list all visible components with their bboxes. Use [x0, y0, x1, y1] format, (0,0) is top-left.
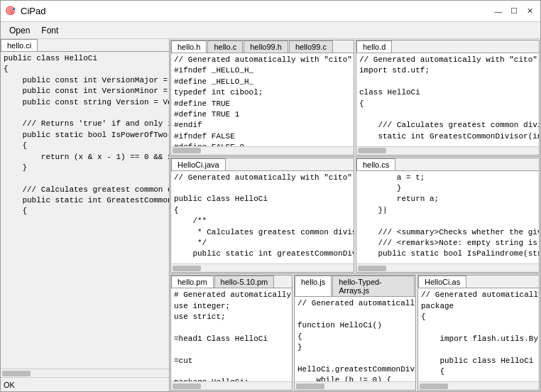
status-ok: OK [4, 381, 15, 389]
left-panel-hscroll-thumb [2, 371, 31, 376]
menu-font[interactable]: Font [35, 24, 64, 37]
panel-hello-pm: hello.pm hello-5.10.pm # Generated autom… [170, 275, 293, 391]
panel-cs-tabs: hello.cs [356, 158, 539, 171]
cs-hscroll-thumb [358, 266, 386, 271]
panel-java-tabs: HelloCi.java [171, 158, 354, 171]
tab-hello-cs[interactable]: hello.cs [356, 158, 395, 170]
close-button[interactable]: ✕ [523, 5, 536, 18]
left-panel-hscroll[interactable] [1, 369, 169, 377]
panel-as-content[interactable]: // Generated automatically with "cito". … [418, 288, 539, 381]
panel-pm-tabs: hello.pm hello-5.10.pm [171, 276, 292, 288]
tab-hello99-h[interactable]: hello99.h [244, 40, 288, 53]
left-panel-tabs: hello.ci [1, 39, 169, 52]
panel-helloci-as: HelloCi.as // Generated automatically wi… [417, 275, 540, 391]
left-panel: hello.ci public class HelloCi { public c… [1, 39, 170, 391]
right-bottom-row: hello.pm hello-5.10.pm # Generated autom… [170, 274, 540, 391]
panel-js-tabs: hello.js hello-Typed-Arrays.js [295, 276, 415, 297]
panel-hello-js: hello.js hello-Typed-Arrays.js // Genera… [294, 275, 416, 391]
title-bar-left: 🎯 CiPad [5, 6, 45, 17]
tab-hello-ci[interactable]: hello.ci [1, 39, 38, 51]
tab-hello-pm[interactable]: hello.pm [171, 276, 214, 288]
tab-hello-d[interactable]: hello.d [356, 40, 392, 53]
panel-hello-d: hello.d // Generated automatically with … [356, 40, 540, 156]
as-hscroll-thumb [420, 383, 448, 389]
hello-d-hscroll[interactable] [356, 146, 539, 155]
panel-cs-content[interactable]: a = t; } return a; }| /// <summary>Check… [356, 171, 539, 264]
hello-h-hscroll[interactable] [171, 146, 354, 155]
tab-helloci-as[interactable]: HelloCi.as [418, 276, 466, 288]
title-controls: — ☐ ✕ [492, 5, 536, 18]
app-icon: 🎯 [5, 6, 16, 17]
left-panel-status: OK [1, 377, 169, 391]
menu-open[interactable]: Open [4, 24, 35, 37]
panel-hello-h-tabs: hello.h hello.c hello99.h hello99.c [171, 40, 354, 53]
maximize-button[interactable]: ☐ [508, 5, 520, 18]
panel-hello-h-content[interactable]: // Generated automatically with "cito". … [171, 53, 354, 146]
tab-helloci-java[interactable]: HelloCi.java [171, 158, 226, 170]
right-middle-row: HelloCi.java // Generated automatically … [170, 157, 540, 275]
java-hscroll-thumb [173, 266, 201, 271]
left-panel-content[interactable]: public class HelloCi { public const int … [1, 52, 169, 369]
pm-hscroll-thumb [173, 383, 201, 389]
panel-hello-h: hello.h hello.c hello99.h hello99.c // G… [170, 40, 354, 156]
title-bar: 🎯 CiPad — ☐ ✕ [1, 1, 540, 22]
cs-hscroll[interactable] [356, 263, 539, 272]
panel-as-tabs: HelloCi.as [418, 276, 539, 288]
panel-hello-cs: hello.cs a = t; } return a; }| /// <summ… [356, 158, 540, 273]
as-hscroll[interactable] [418, 381, 539, 390]
panel-js-content[interactable]: // Generated automatically with "cito". … [295, 297, 415, 381]
tab-hello99-c[interactable]: hello99.c [289, 40, 333, 53]
js-hscroll[interactable] [295, 381, 415, 390]
right-top-row: hello.h hello.c hello99.h hello99.c // G… [170, 39, 540, 157]
right-panels: hello.h hello.c hello99.h hello99.c // G… [170, 39, 540, 391]
main-window: 🎯 CiPad — ☐ ✕ Open Font hello.ci public … [0, 0, 541, 392]
panel-hello-d-tabs: hello.d [356, 40, 539, 53]
tab-hello-510pm[interactable]: hello-5.10.pm [214, 276, 275, 288]
panel-helloci-java: HelloCi.java // Generated automatically … [170, 158, 354, 273]
window-title: CiPad [21, 6, 45, 16]
java-hscroll[interactable] [171, 263, 354, 272]
menu-bar: Open Font [1, 22, 540, 39]
panel-pm-content[interactable]: # Generated automatically with "cito". D… [171, 288, 292, 381]
minimize-button[interactable]: — [492, 5, 505, 18]
tab-hello-h[interactable]: hello.h [171, 40, 207, 53]
hello-h-hscroll-thumb [173, 148, 201, 153]
panel-java-content[interactable]: // Generated automatically with "cito". … [171, 171, 354, 264]
js-hscroll-thumb [296, 383, 324, 389]
tab-hello-typed-arrays-js[interactable]: hello-Typed-Arrays.js [332, 276, 415, 296]
pm-hscroll[interactable] [171, 381, 292, 390]
hello-d-hscroll-thumb [358, 148, 386, 153]
main-panels: hello.ci public class HelloCi { public c… [1, 39, 540, 391]
tab-hello-c[interactable]: hello.c [207, 40, 243, 53]
tab-hello-js[interactable]: hello.js [295, 276, 332, 296]
panel-hello-d-content[interactable]: // Generated automatically with "cito". … [356, 53, 539, 146]
